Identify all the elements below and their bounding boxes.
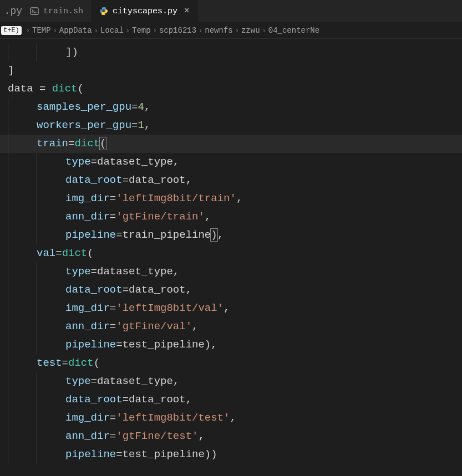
- breadcrumb-item[interactable]: Local: [100, 26, 124, 35]
- code-line[interactable]: ]: [0, 62, 462, 80]
- code-line[interactable]: data = dict(: [0, 80, 462, 98]
- code-token: =: [116, 229, 122, 241]
- code-token: 'leftImg8bit/test': [116, 412, 230, 424]
- code-token: pipeline: [65, 448, 116, 460]
- svg-point-2: [105, 14, 105, 14]
- tab-cityscapes-py[interactable]: cityscapes.py ×: [92, 0, 198, 22]
- code-line[interactable]: type=dataset_type,: [0, 372, 462, 391]
- code-token: data: [8, 83, 33, 95]
- code-token: =: [110, 430, 116, 442]
- code-line[interactable]: test=dict(: [0, 354, 462, 372]
- code-editor[interactable]: ])]data = dict(samples_per_gpu=4,workers…: [0, 39, 462, 464]
- indent-guide: [37, 153, 65, 171]
- indent-guide: [37, 391, 65, 409]
- code-line[interactable]: img_dir='leftImg8bit/test',: [0, 409, 462, 427]
- indent-guide: [8, 171, 37, 190]
- indent-guide: [8, 446, 37, 464]
- indent-guide: [8, 116, 37, 135]
- code-token: workers_per_gpu: [37, 119, 131, 131]
- indent-guide: [37, 263, 65, 281]
- indent-guide: [8, 427, 37, 446]
- code-line[interactable]: type=dataset_type,: [0, 153, 462, 171]
- chevron-right-icon: ›: [262, 27, 266, 35]
- tab-train-sh[interactable]: train.sh: [22, 0, 92, 22]
- indent-guide: [37, 190, 65, 208]
- indent-guide: [8, 226, 37, 244]
- code-token: 4: [138, 101, 144, 113]
- code-token: ,: [144, 119, 150, 131]
- code-token: ): [210, 228, 217, 242]
- code-token: data_root: [65, 284, 123, 296]
- indent-guide: [8, 318, 37, 336]
- code-line[interactable]: ]): [0, 43, 462, 62]
- code-token: dataset_type: [97, 156, 173, 168]
- breadcrumb-item[interactable]: zzwu: [241, 26, 260, 35]
- code-line[interactable]: train=dict(: [0, 135, 462, 153]
- code-token: train: [37, 137, 68, 150]
- tab-bar: .py train.sh cityscapes.py ×: [0, 0, 462, 22]
- code-line[interactable]: pipeline=test_pipeline),: [0, 336, 462, 354]
- breadcrumb-item[interactable]: newnfs: [205, 26, 232, 35]
- indent-guide: [37, 226, 65, 244]
- code-token: train_pipeline: [123, 229, 211, 241]
- chevron-right-icon: ›: [53, 27, 57, 35]
- code-line[interactable]: data_root=data_root,: [0, 391, 462, 409]
- code-line[interactable]: img_dir='leftImg8bit/val',: [0, 299, 462, 318]
- tab-partial-left[interactable]: .py: [0, 0, 22, 22]
- code-line[interactable]: pipeline=test_pipeline)): [0, 446, 462, 464]
- keyboard-hint: t+E): [1, 26, 22, 35]
- tab-label: train.sh: [43, 7, 83, 16]
- code-token: pipeline: [65, 339, 116, 351]
- tab-partial-label: .py: [4, 6, 22, 17]
- code-line[interactable]: data_root=data_root,: [0, 171, 462, 190]
- code-line[interactable]: samples_per_gpu=4,: [0, 98, 462, 116]
- svg-rect-0: [31, 8, 38, 14]
- code-line[interactable]: val=dict(: [0, 244, 462, 263]
- code-line[interactable]: workers_per_gpu=1,: [0, 116, 462, 135]
- code-token: (: [99, 137, 106, 150]
- code-token: test: [37, 357, 62, 369]
- breadcrumb-item[interactable]: Temp: [132, 26, 151, 35]
- code-token: data_root: [65, 393, 123, 406]
- code-line[interactable]: img_dir='leftImg8bit/train',: [0, 190, 462, 208]
- code-token: ),: [205, 339, 217, 351]
- code-line[interactable]: type=dataset_type,: [0, 263, 462, 281]
- code-token: test_pipeline: [123, 448, 205, 460]
- indent-guide: [8, 135, 37, 153]
- indent-guide: [8, 153, 37, 171]
- shell-file-icon: [30, 7, 39, 16]
- indent-guide: [37, 208, 65, 226]
- breadcrumb-item[interactable]: 04_centerNe: [268, 26, 319, 35]
- code-token: data_root: [129, 284, 186, 296]
- code-token: =: [91, 265, 97, 278]
- code-token: =: [110, 211, 116, 223]
- code-line[interactable]: ann_dir='gtFine/test',: [0, 427, 462, 446]
- indent-guide: [37, 409, 65, 427]
- breadcrumb-item[interactable]: AppData: [59, 26, 92, 35]
- indent-guide: [8, 98, 37, 116]
- code-line[interactable]: data_root=data_root,: [0, 281, 462, 299]
- code-line[interactable]: pipeline=train_pipeline),: [0, 226, 462, 244]
- code-token: ann_dir: [65, 211, 110, 223]
- code-token: img_dir: [65, 412, 110, 424]
- code-token: img_dir: [65, 302, 110, 314]
- code-token: test_pipeline: [123, 339, 205, 351]
- code-line[interactable]: ann_dir='gtFine/train',: [0, 208, 462, 226]
- code-token: =: [110, 192, 116, 204]
- code-token: =: [123, 393, 129, 406]
- code-token: =: [131, 101, 138, 113]
- code-token: ]): [65, 46, 78, 58]
- python-file-icon: [99, 7, 108, 16]
- breadcrumb-item[interactable]: TEMP: [32, 26, 51, 35]
- code-token: 'leftImg8bit/val': [116, 302, 224, 314]
- code-token: 'gtFine/train': [116, 211, 205, 223]
- code-token: img_dir: [65, 192, 110, 204]
- close-icon[interactable]: ×: [184, 6, 190, 16]
- code-line[interactable]: ann_dir='gtFine/val',: [0, 318, 462, 336]
- indent-guide: [8, 263, 37, 281]
- code-token: ,: [144, 101, 150, 113]
- code-token: )): [205, 448, 217, 460]
- code-token: type: [65, 375, 91, 387]
- breadcrumb-item[interactable]: scp16213: [159, 26, 196, 35]
- code-token: (: [77, 83, 83, 95]
